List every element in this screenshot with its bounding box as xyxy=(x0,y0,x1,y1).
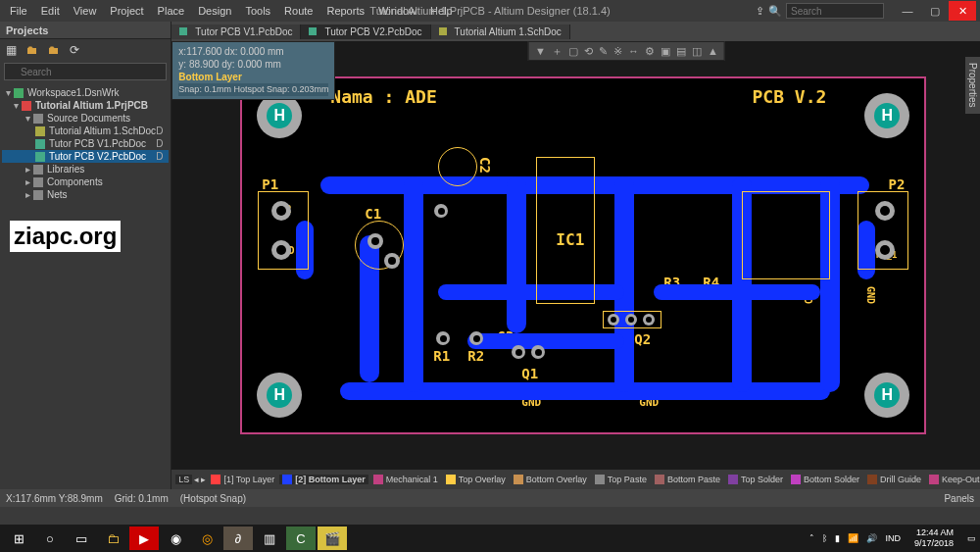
taskbar-app-youtube[interactable]: ▶ xyxy=(129,527,159,550)
layer-top-overlay[interactable]: Top Overlay xyxy=(443,475,509,484)
notifications-icon[interactable]: ▭ xyxy=(967,533,976,543)
tree-libraries[interactable]: ▸Libraries xyxy=(2,163,169,176)
tree-nets[interactable]: ▸Nets xyxy=(2,188,169,201)
tab-pcb1[interactable]: Tutor PCB V1.PcbDoc xyxy=(172,25,301,39)
minimize-button[interactable]: — xyxy=(894,1,921,21)
menu-design[interactable]: Design xyxy=(192,3,237,19)
tray-up-icon[interactable]: ˄ xyxy=(809,533,814,543)
layer-keepout[interactable]: Keep-Out Layer xyxy=(926,475,980,484)
trace xyxy=(507,176,526,333)
tool-view1-icon[interactable]: ▣ xyxy=(661,45,670,58)
silk-pcbver: PCB V.2 xyxy=(753,86,827,107)
status-coords: X:117.6mm Y:88.9mm xyxy=(6,493,103,504)
system-clock[interactable]: 12:44 AM 9/17/2018 xyxy=(908,527,959,549)
tree-source-docs[interactable]: ▾Source Documents xyxy=(2,112,169,125)
menu-edit[interactable]: Edit xyxy=(35,3,66,19)
layer-next-icon[interactable]: ▸ xyxy=(201,475,206,484)
layer-top[interactable]: [1] Top Layer xyxy=(208,475,277,484)
properties-tab[interactable]: Properties xyxy=(965,57,980,114)
tree-workspace[interactable]: ▾Workspace1.DsnWrk xyxy=(2,86,169,99)
cortana-search-icon[interactable]: ○ xyxy=(35,527,65,550)
menu-route[interactable]: Route xyxy=(278,3,318,19)
layer-top-solder[interactable]: Top Solder xyxy=(725,475,786,484)
menu-file[interactable]: File xyxy=(4,3,33,19)
search-icon: 🔍 xyxy=(768,5,782,18)
maximize-button[interactable]: ▢ xyxy=(921,1,949,21)
tool-shape-icon[interactable]: ▢ xyxy=(568,45,578,58)
tray-language[interactable]: IND xyxy=(885,533,901,543)
taskbar-app-explorer[interactable]: 🗀 xyxy=(98,527,127,550)
folder2-icon[interactable]: 🖿 xyxy=(48,43,60,57)
tray-bluetooth-icon[interactable]: ᛒ xyxy=(822,533,827,543)
tree-project[interactable]: ▾Tutorial Altium 1.PrjPCB xyxy=(2,99,169,112)
layer-set-button[interactable]: LS xyxy=(175,475,192,484)
tree-expand-icon[interactable]: ▦ xyxy=(6,43,17,57)
tray-battery-icon[interactable]: ▮ xyxy=(835,533,840,543)
taskbar-app-icon[interactable]: ◎ xyxy=(192,527,221,550)
search-input[interactable] xyxy=(786,3,884,19)
hud-y: y: 88.900 dy: 0.000 mm xyxy=(178,58,328,71)
layer-bottom-overlay[interactable]: Bottom Overlay xyxy=(511,475,590,484)
tool-altium-icon[interactable]: ▲ xyxy=(708,45,718,57)
panels-button[interactable]: Panels xyxy=(944,493,974,504)
taskbar-app-altium[interactable]: ∂ xyxy=(223,527,253,550)
layer-prev-icon[interactable]: ◂ xyxy=(194,475,199,484)
tool-add-icon[interactable]: ＋ xyxy=(552,44,563,59)
tab-sch[interactable]: Tutorial Altium 1.SchDoc xyxy=(431,25,570,39)
tree-doc-pcb2[interactable]: Tutor PCB V2.PcbDocD xyxy=(2,150,169,163)
menu-reports[interactable]: Reports xyxy=(320,3,370,19)
tree-doc-pcb1[interactable]: Tutor PCB V1.PcbDocD xyxy=(2,137,169,150)
tab-pcb2[interactable]: Tutor PCB V2.PcbDoc xyxy=(301,25,430,39)
layer-mech1[interactable]: Mechanical 1 xyxy=(370,475,441,484)
tool-options-icon[interactable]: ⚙ xyxy=(645,45,655,58)
layer-bottom-paste[interactable]: Bottom Paste xyxy=(652,475,723,484)
tool-chart-icon[interactable]: ◫ xyxy=(692,45,702,58)
tool-grid-icon[interactable]: ※ xyxy=(613,45,622,58)
silk-p2: P2 xyxy=(889,176,906,192)
taskbar-app-icon[interactable]: 🎬 xyxy=(318,527,347,550)
tray-volume-icon[interactable]: 🔊 xyxy=(866,533,877,543)
silk-gnd6: GND xyxy=(865,286,876,304)
tool-measure-icon[interactable]: ✎ xyxy=(599,45,608,58)
watermark: ziapc.org xyxy=(10,221,121,252)
mounting-hole: H xyxy=(864,373,909,418)
pcb-canvas[interactable]: Nama : ADE PCB V.2 P1 P2 C1 C2 C3 R1 R2 … xyxy=(172,41,980,470)
pad xyxy=(436,331,450,345)
menu-view[interactable]: View xyxy=(68,3,103,19)
tree-components[interactable]: ▸Components xyxy=(2,176,169,188)
menu-tools[interactable]: Tools xyxy=(239,3,276,19)
pad xyxy=(531,345,545,359)
taskbar-app-icon[interactable]: ▥ xyxy=(255,527,284,550)
task-view-icon[interactable]: ▭ xyxy=(67,527,96,550)
close-button[interactable]: ✕ xyxy=(949,1,976,21)
tree-doc-sch[interactable]: Tutorial Altium 1.SchDocD xyxy=(2,125,169,137)
pad xyxy=(512,345,525,359)
layer-bottom[interactable]: [2] Bottom Layer xyxy=(279,475,368,484)
projects-search-input[interactable] xyxy=(4,63,167,80)
projects-header: Projects xyxy=(0,22,171,39)
menu-project[interactable]: Project xyxy=(104,3,149,19)
canvas-toolbar: ▼ ＋ ▢ ⟲ ✎ ※ ↔ ⚙ ▣ ▤ ◫ ▲ xyxy=(528,41,725,61)
silk-outline xyxy=(536,157,595,304)
tool-rotate-icon[interactable]: ⟲ xyxy=(584,45,593,58)
share-icon[interactable]: ⇪ xyxy=(756,5,764,18)
windows-taskbar: ⊞ ○ ▭ 🗀 ▶ ◉ ◎ ∂ ▥ C 🎬 ˄ ᛒ ▮ 📶 🔊 IND 12:4… xyxy=(0,525,980,552)
layer-bottom-solder[interactable]: Bottom Solder xyxy=(788,475,862,484)
menu-place[interactable]: Place xyxy=(152,3,191,19)
tray-wifi-icon[interactable]: 📶 xyxy=(848,533,858,543)
layer-drill-guide[interactable]: Drill Guide xyxy=(864,475,924,484)
silk-r2: R2 xyxy=(467,348,484,364)
taskbar-app-chrome[interactable]: ◉ xyxy=(161,527,190,550)
start-button[interactable]: ⊞ xyxy=(4,527,33,550)
refresh-icon[interactable]: ⟳ xyxy=(70,43,79,57)
window-title: Tutorial Altium 1.PrjPCB - Altium Design… xyxy=(369,5,610,17)
layer-top-paste[interactable]: Top Paste xyxy=(592,475,650,484)
tool-dim-icon[interactable]: ↔ xyxy=(628,45,639,57)
trace xyxy=(404,176,423,392)
taskbar-app-camtasia[interactable]: C xyxy=(286,527,316,550)
silk-q2: Q2 xyxy=(634,331,651,347)
status-grid: Grid: 0.1mm xyxy=(115,493,169,504)
folder-icon[interactable]: 🖿 xyxy=(26,43,38,57)
tool-filter-icon[interactable]: ▼ xyxy=(535,45,546,57)
tool-view2-icon[interactable]: ▤ xyxy=(676,45,686,58)
